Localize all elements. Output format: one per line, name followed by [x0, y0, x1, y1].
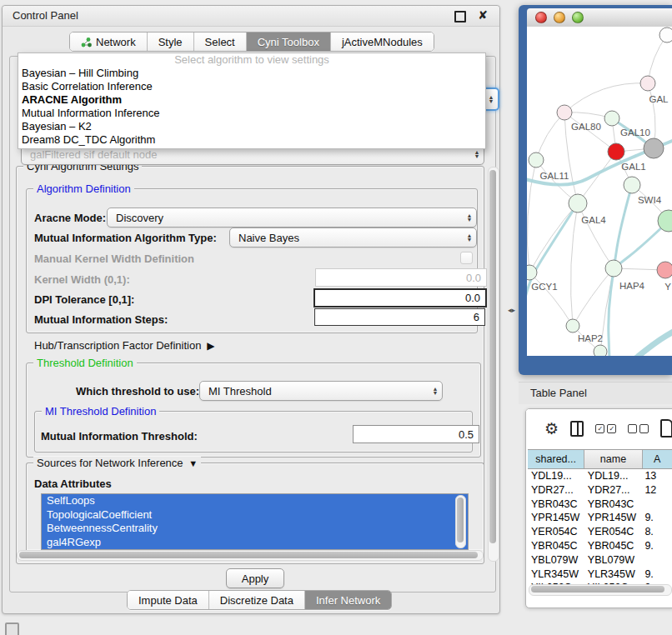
network-node-gal1[interactable] — [608, 143, 624, 160]
checked-pair-icon[interactable]: ✓✓ — [595, 424, 616, 433]
table-row[interactable]: YDR27...YDR27...12 — [528, 483, 672, 498]
table-cell: YPR145W — [528, 511, 584, 525]
attribute-list-item[interactable]: BetweennessCentrality — [42, 522, 468, 536]
network-node-gal4[interactable] — [569, 194, 587, 212]
close-traffic-icon[interactable] — [535, 12, 547, 23]
table-row[interactable]: YLR345WYLR345W9. — [528, 568, 672, 582]
attribute-scroll-thumb[interactable] — [457, 498, 464, 542]
table-cell: YDR27... — [528, 483, 584, 498]
table-row[interactable]: YDL19...YDL19...13 — [528, 469, 672, 483]
attribute-list-item[interactable]: SelfLoops — [42, 494, 468, 508]
mi-algorithm-type-combo[interactable]: Naive Bayes ▲▼ — [229, 228, 477, 248]
table-row[interactable]: YBL079WYBL079W — [528, 553, 672, 568]
table-row[interactable]: YBR045CYBR045C9. — [528, 539, 672, 553]
bottom-tab-infer-network[interactable]: Infer Network — [305, 591, 391, 609]
apply-button[interactable]: Apply — [226, 568, 284, 588]
table-row[interactable]: YER054CYER054C8. — [528, 525, 672, 539]
bottom-tab-discretize-data[interactable]: Discretize Data — [209, 591, 305, 609]
network-node-hap2[interactable] — [566, 319, 579, 332]
table-row[interactable]: YPR145WYPR145W9. — [528, 511, 672, 525]
hub-definition-toggle[interactable]: Hub/Transcription Factor Definition ▶ — [34, 339, 215, 352]
column-header[interactable]: name — [584, 450, 642, 468]
network-edge[interactable] — [527, 160, 536, 272]
aracne-mode-combo[interactable]: Discovery ▲▼ — [107, 208, 477, 228]
table-cell: YDL19... — [528, 469, 584, 483]
table-row[interactable]: YBR043CYBR043C — [528, 498, 672, 512]
dpi-tolerance-label: DPI Tolerance [0,1]: — [34, 293, 134, 306]
panel-splitter-handle[interactable]: ◂▸ — [508, 307, 515, 314]
network-node-gal80[interactable] — [557, 105, 572, 120]
network-node-gal[interactable] — [640, 76, 655, 91]
network-view-window[interactable]: GALGAL80GAL10GAL1GAL11SWI4GAL4GCY1HAP4YH… — [519, 5, 672, 375]
network-node-gal10[interactable] — [604, 111, 619, 126]
which-threshold-combo[interactable]: MI Threshold ▲▼ — [199, 381, 443, 401]
mi-steps-field[interactable]: 6 — [314, 308, 485, 326]
table-cell: 12 — [641, 483, 672, 498]
dropdown-options: Bayesian – Hill ClimbingBasic Correlatio… — [18, 67, 485, 147]
dropdown-option[interactable]: ARACNE Algorithm — [18, 93, 485, 107]
combo-stepper-icon: ▲▼ — [470, 150, 484, 158]
network-node[interactable] — [644, 138, 664, 158]
mi-threshold-label: Mutual Information Threshold: — [41, 430, 198, 442]
network-node-swi4[interactable] — [624, 177, 640, 193]
network-edge[interactable] — [571, 203, 578, 326]
dock-grip-icon[interactable] — [5, 622, 19, 635]
zoom-traffic-icon[interactable] — [572, 12, 584, 23]
bottom-tab-label: Discretize Data — [220, 594, 293, 607]
threshold-definition-title: Threshold Definition — [33, 357, 137, 369]
sources-group-title: Sources for Network Inference ▼ — [33, 457, 201, 469]
network-node-y[interactable] — [657, 262, 672, 278]
dropdown-option[interactable]: Mutual Information Inference — [18, 107, 485, 120]
dpi-tolerance-field[interactable]: 0.0 — [313, 288, 487, 308]
mi-type-label: Mutual Information Algorithm Type: — [34, 232, 217, 244]
tab-style[interactable]: Style — [148, 32, 194, 51]
mi-threshold-title: MI Threshold Definition — [42, 405, 159, 418]
tab-select[interactable]: Select — [194, 32, 247, 51]
tab-network[interactable]: Network — [70, 32, 148, 51]
settings-hscroll-thumb[interactable] — [19, 552, 478, 558]
dropdown-option[interactable]: Bayesian – K2 — [18, 120, 485, 133]
node-label: HAP4 — [619, 281, 645, 291]
tab-cyni-toolbox[interactable]: Cyni Toolbox — [247, 32, 331, 51]
unchecked-pair-icon[interactable] — [628, 424, 649, 433]
network-edge-thick[interactable] — [634, 328, 672, 356]
dropdown-option[interactable]: Dream8 DC_TDC Algorithm — [18, 133, 485, 147]
split-panes-icon[interactable] — [570, 421, 584, 437]
network-edge[interactable] — [564, 83, 648, 112]
dropdown-option[interactable]: Basic Correlation Inference — [18, 80, 485, 93]
collapse-down-icon: ▼ — [186, 458, 198, 468]
float-window-icon[interactable] — [454, 11, 466, 22]
manual-kernel-checkbox[interactable] — [460, 252, 473, 264]
table-cell: YBR043C — [528, 498, 584, 512]
network-node[interactable] — [594, 345, 607, 356]
settings-vscroll-thumb[interactable] — [489, 170, 496, 543]
bottom-tab-impute-data[interactable]: Impute Data — [128, 591, 209, 609]
column-header[interactable]: A — [643, 450, 672, 468]
network-edge[interactable] — [529, 272, 573, 326]
mi-threshold-field[interactable]: 0.5 — [353, 425, 479, 443]
column-header[interactable]: shared... — [528, 450, 584, 468]
network-node-hap4[interactable] — [605, 260, 622, 277]
network-node[interactable] — [659, 28, 672, 42]
attribute-list-item[interactable]: TopologicalCoefficient — [42, 508, 468, 522]
tab-jactivemnodules[interactable]: jActiveMNodules — [331, 32, 434, 51]
network-node-gal11[interactable] — [529, 152, 544, 168]
algorithm-dropdown-list: Select algorithm to view settings Bayesi… — [18, 52, 486, 149]
network-edge[interactable] — [578, 203, 614, 268]
close-icon[interactable]: ✘ — [478, 8, 488, 22]
settings-vscrollbar — [488, 167, 499, 562]
kernel-width-field[interactable]: 0.0 — [315, 268, 487, 287]
gear-icon[interactable]: ⚙ — [544, 421, 559, 437]
table-hscroll-thumb[interactable] — [531, 586, 664, 592]
network-canvas[interactable]: GALGAL80GAL10GAL1GAL11SWI4GAL4GCY1HAP4YH… — [527, 27, 672, 356]
table-cell: YBR045C — [528, 539, 584, 553]
document-icon[interactable] — [660, 419, 672, 438]
attribute-list-item[interactable]: gal4RGexp — [42, 536, 468, 550]
screen: Control Panel ✘ NetworkStyleSelectCyni T… — [0, 0, 672, 635]
table-toolbar: ⚙ ✓✓ — [526, 409, 672, 448]
network-edge[interactable] — [536, 112, 564, 160]
network-edge[interactable] — [578, 152, 616, 203]
minimize-traffic-icon[interactable] — [554, 12, 565, 23]
dropdown-option[interactable]: Bayesian – Hill Climbing — [18, 67, 485, 80]
table-hscrollbar — [529, 584, 672, 596]
